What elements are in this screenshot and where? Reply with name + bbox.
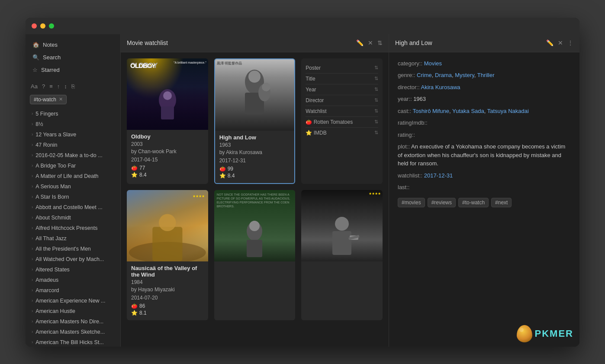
close-button[interactable] — [32, 23, 37, 29]
sort-icon[interactable]: ⇅ — [377, 39, 383, 46]
list-item[interactable]: › 8½ — [26, 119, 120, 129]
rotten-tomatoes-value: 86 — [139, 303, 145, 309]
list-item[interactable]: › 47 Ronin — [26, 140, 120, 150]
list-item[interactable]: › Abbott and Costello Meet ... — [26, 202, 120, 213]
sidebar-item-starred[interactable]: ☆ Starred — [26, 64, 120, 76]
movie-year: 1963 — [219, 142, 290, 148]
list-item-label: Abbott and Costello Meet ... — [35, 204, 102, 210]
tag-movies[interactable]: #movies — [398, 198, 425, 207]
col-arrows-watchlist[interactable]: ⇅ — [374, 108, 378, 114]
list-item[interactable]: › Amadeus — [26, 275, 120, 285]
movie-card-oldboy[interactable]: OLDBOY "A brilliant masterpiece." — [127, 58, 208, 184]
font-icon[interactable]: Aa — [31, 83, 38, 90]
list-item[interactable]: › A Serious Man — [26, 181, 120, 192]
watchlist-date-link[interactable]: 2017-12-31 — [424, 172, 453, 179]
rotten-tomatoes-icon: 🍅 — [131, 165, 138, 171]
close-icon[interactable]: ✕ — [558, 39, 563, 46]
help-icon[interactable]: ? — [42, 83, 45, 90]
sort-asc-icon[interactable]: ↑ — [57, 83, 60, 90]
svg-point-1 — [163, 91, 172, 100]
svg-point-12 — [249, 221, 260, 231]
category-link[interactable]: Movies — [424, 60, 442, 67]
tag-to-watch[interactable]: #to-watch — [458, 198, 489, 207]
list-item-label: Amadeus — [35, 277, 58, 283]
close-icon[interactable]: ✕ — [368, 39, 373, 46]
comma3: , — [474, 72, 477, 78]
genre-thriller-link[interactable]: Thriller — [477, 72, 495, 78]
more-icon[interactable]: ⋮ — [567, 39, 573, 46]
list-item[interactable]: › Altered States — [26, 264, 120, 275]
genre-drama-link[interactable]: Drama — [435, 72, 452, 78]
imdb-icon: ⭐ — [131, 310, 138, 316]
list-item[interactable]: › A Star Is Born — [26, 192, 120, 202]
list-icon[interactable]: ≡ — [49, 83, 53, 90]
movie-imdb: ⭐ 8.4 — [219, 173, 290, 179]
edit-icon[interactable]: ✏️ — [356, 39, 364, 46]
col-arrows-director[interactable]: ⇅ — [374, 97, 378, 103]
movie-card-nausicaa[interactable]: ★★★★ Nausicaä of the Valley of the Wind … — [127, 190, 208, 320]
movie-card-bottom-right[interactable]: ★★★★ — [301, 190, 383, 320]
list-item[interactable]: › Alfred Hitchcock Presents — [26, 223, 120, 233]
edit-icon[interactable]: ✏️ — [546, 39, 554, 46]
minimize-button[interactable] — [40, 23, 45, 29]
genre-crime-link[interactable]: Crime — [417, 72, 432, 78]
sort-desc-icon[interactable]: ↕ — [64, 83, 67, 90]
list-item[interactable]: › All Watched Over by Mach... — [26, 254, 120, 264]
chevron-icon: › — [32, 329, 33, 334]
col-arrows-poster[interactable]: ⇅ — [374, 65, 378, 71]
list-item-label: American The Bill Hicks St... — [35, 339, 103, 345]
tag-reviews[interactable]: #reviews — [428, 198, 456, 207]
col-arrows-year[interactable]: ⇅ — [374, 87, 378, 92]
imdb-value: 8.4 — [139, 172, 147, 178]
sidebar-item-notes[interactable]: 🏠 Notes — [26, 39, 120, 51]
list-item[interactable]: › Amarcord — [26, 285, 120, 296]
pkmer-logo: PKMER — [517, 325, 573, 342]
list-item-label: A Matter of Life and Death — [35, 173, 98, 179]
list-item[interactable]: › All That Jazz — [26, 233, 120, 244]
list-item[interactable]: › American Experience New ... — [26, 296, 120, 306]
list-item[interactable]: › A Matter of Life and Death — [26, 171, 120, 181]
filter-clear-button[interactable]: ✕ — [59, 97, 63, 102]
cast-label: cast:: — [398, 108, 411, 114]
list-item[interactable]: › A Bridge Too Far — [26, 161, 120, 171]
list-item[interactable]: › American Masters Sketche... — [26, 327, 120, 337]
col-label-director: Director — [306, 97, 324, 103]
pkmer-logo-area: PKMER — [389, 325, 579, 347]
cast-sada-link[interactable]: Yutaka Sada — [452, 108, 484, 114]
sidebar-item-search[interactable]: 🔍 Search — [26, 51, 120, 64]
col-arrows-title[interactable]: ⇅ — [374, 76, 378, 81]
director-label: director:: — [398, 84, 420, 90]
list-item[interactable]: › About Schmidt — [26, 213, 120, 223]
list-item[interactable]: › 5 Fingers — [26, 109, 120, 119]
chevron-icon: › — [32, 236, 33, 241]
chevron-icon: › — [32, 194, 33, 199]
col-arrows-rotten[interactable]: ⇅ — [374, 119, 378, 125]
copy-icon[interactable]: ⎘ — [71, 83, 75, 90]
tags-row: #movies #reviews #to-watch #next — [398, 198, 571, 207]
director-link[interactable]: Akira Kurosawa — [421, 84, 460, 90]
list-item[interactable]: › 2016-02-05 Make a to-do ... — [26, 150, 120, 161]
filter-tag: #to-watch ✕ — [30, 95, 67, 104]
movie-info-nausicaa: Nausicaä of the Valley of the Wind 1984 … — [127, 261, 208, 320]
list-item[interactable]: › All the President's Men — [26, 244, 120, 254]
list-item[interactable]: › 12 Years a Slave — [26, 129, 120, 140]
maximize-button[interactable] — [49, 23, 54, 29]
svg-point-14 — [335, 217, 349, 231]
movie-card-bottom-mid[interactable]: NOT SINCE THE GODFATHER HAS THERE BEEN A… — [214, 190, 296, 320]
field-watchlist: watchlist:: 2017-12-31 — [398, 171, 571, 180]
col-settings-year: Year ⇅ — [306, 84, 378, 95]
cast-nakadai-link[interactable]: Tatsuya Nakadai — [487, 108, 529, 114]
list-item[interactable]: › American Hustle — [26, 306, 120, 316]
movie-card-high-and-low[interactable]: 黒澤 明監督作品 — [214, 58, 296, 184]
list-item[interactable]: › American Masters No Dire... — [26, 316, 120, 327]
column-settings-card: Poster ⇅ Title ⇅ Year ⇅ Director ⇅ — [301, 58, 383, 184]
list-item-label: A Bridge Too Far — [35, 163, 76, 169]
star-icon: ☆ — [32, 67, 38, 73]
movie-poster-nausicaa: ★★★★ — [127, 190, 208, 261]
app-window: 🏠 Notes 🔍 Search ☆ Starred Aa ? ≡ ↑ ↕ ⎘ — [26, 18, 579, 347]
tag-next[interactable]: #next — [491, 198, 512, 207]
cast-mifune-link[interactable]: Toshirô Mifune — [412, 108, 449, 114]
genre-mystery-link[interactable]: Mystery — [455, 72, 474, 78]
col-arrows-imdb[interactable]: ⇅ — [374, 130, 378, 135]
list-item[interactable]: › American The Bill Hicks St... — [26, 337, 120, 347]
